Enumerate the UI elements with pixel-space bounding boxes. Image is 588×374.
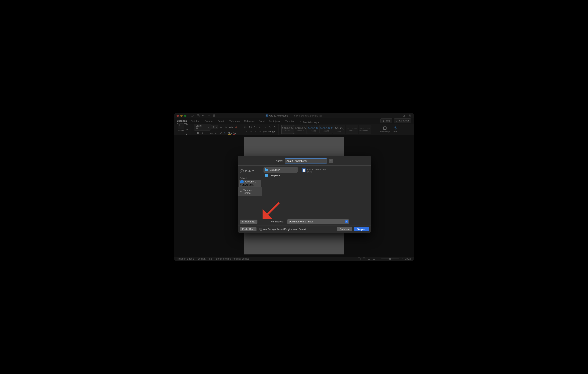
app-window: ⋯ Apa itu Androbuntu — Terakhir Diubah: … xyxy=(174,113,414,261)
format-label: Format File: xyxy=(271,220,284,223)
folder-item-dokumen[interactable]: Dokumen › xyxy=(263,167,298,173)
onedrive-label: OneDriv… xyxy=(245,180,256,183)
places-section-label: Pribadi xyxy=(240,177,261,179)
cancel-button[interactable]: Batalkan xyxy=(337,227,352,231)
save-button[interactable]: Simpan xyxy=(354,227,369,231)
on-my-mac-button[interactable]: Di Mac Saya xyxy=(240,220,257,224)
onedrive-sublabel: yusyuliant… xyxy=(240,183,256,186)
folder-icon xyxy=(265,174,268,177)
save-dialog: Nama: ⌃ Folder T… Pribadi OneDriv… yusyu… xyxy=(238,156,371,233)
recent-folder-label: Folder T… xyxy=(245,170,256,173)
folder-label: Lampiran xyxy=(270,174,280,177)
name-label: Nama: xyxy=(276,160,283,162)
add-place-button[interactable]: ＋ Tambah Tempat xyxy=(238,187,262,196)
clock-icon xyxy=(240,169,244,173)
expand-dialog-button[interactable]: ⌃ xyxy=(329,159,333,163)
word-file-icon: W xyxy=(302,168,305,172)
checkbox-icon xyxy=(260,228,262,231)
filename-input[interactable] xyxy=(285,158,327,163)
file-time-label: 21.33 xyxy=(307,171,326,173)
chevron-right-icon: › xyxy=(295,169,296,171)
chevron-right-icon: › xyxy=(295,174,296,177)
default-location-label: Atur Sebagai Lokasi Penyimpanan Default xyxy=(263,228,306,231)
onedrive-item[interactable]: OneDriv… yusyuliant… xyxy=(239,180,261,187)
file-item[interactable]: W Apa itu Androbuntu 21.33 xyxy=(300,167,370,174)
plus-icon: ＋ xyxy=(240,190,242,193)
folder-icon xyxy=(265,169,268,171)
recent-folder-item[interactable]: Folder T… xyxy=(239,168,261,175)
folder-item-lampiran[interactable]: Lampiran › xyxy=(263,173,298,178)
new-folder-button[interactable]: Folder Baru xyxy=(240,227,256,231)
file-browser: Folder T… Pribadi OneDriv… yusyuliant… ＋… xyxy=(238,165,371,218)
file-name-label: Apa itu Androbuntu xyxy=(307,168,326,171)
file-format-select[interactable]: Dokumen Word (.docx) ▴▾ xyxy=(287,219,349,224)
onedrive-icon xyxy=(240,180,244,183)
file-format-value: Dokumen Word (.docx) xyxy=(289,220,314,223)
folder-label: Dokumen xyxy=(270,168,280,171)
add-place-label: Tambah Tempat xyxy=(243,189,260,194)
default-location-checkbox[interactable]: Atur Sebagai Lokasi Penyimpanan Default xyxy=(260,228,306,231)
caret-updown-icon: ▴▾ xyxy=(345,220,348,223)
